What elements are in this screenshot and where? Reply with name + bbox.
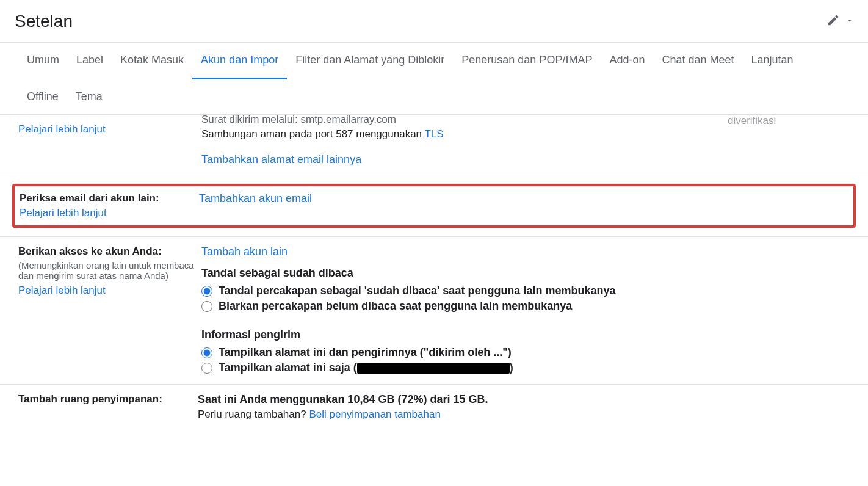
grant-access-title: Berikan akses ke akun Anda: (18, 245, 201, 258)
tab-tema[interactable]: Tema (67, 79, 111, 114)
tab-penerusan[interactable]: Penerusan dan POP/IMAP (453, 43, 601, 79)
mark-read-option-2-radio[interactable] (201, 301, 212, 312)
check-mail-title: Periksa email dari akun lain: (20, 192, 199, 205)
storage-question-text: Perlu ruang tambahan? (198, 408, 309, 420)
tab-filter[interactable]: Filter dan Alamat yang Diblokir (287, 43, 453, 79)
sender-info-option-1-label[interactable]: Tampilkan alamat ini dan pengirimnya ("d… (219, 346, 512, 359)
tab-label[interactable]: Label (68, 43, 112, 79)
smtp-server-text: Surat dikirim melalui: smtp.emailarray.c… (201, 114, 728, 126)
storage-usage-text: Saat ini Anda menggunakan 10,84 GB (72%)… (198, 393, 850, 406)
tab-chat-meet[interactable]: Chat dan Meet (653, 43, 742, 79)
edit-icon[interactable] (823, 10, 844, 32)
buy-storage-link[interactable]: Beli penyimpanan tambahan (309, 408, 440, 420)
settings-tabs: Umum Label Kotak Masuk Akun dan Impor Fi… (0, 43, 868, 115)
check-mail-highlighted-section: Periksa email dari akun lain: Pelajari l… (12, 184, 856, 228)
add-mail-account-link[interactable]: Tambahkan akun email (199, 192, 312, 205)
grant-access-subtitle: (Memungkinkan orang lain untuk membaca d… (18, 260, 201, 281)
check-mail-learn-more-link[interactable]: Pelajari lebih lanjut (20, 207, 199, 219)
add-another-account-link[interactable]: Tambah akun lain (201, 245, 288, 258)
tab-addon[interactable]: Add-on (601, 43, 653, 79)
tab-lanjutan[interactable]: Lanjutan (743, 43, 802, 79)
sender-info-option-1-radio[interactable] (201, 347, 212, 358)
verification-status: diverifikasi (728, 115, 776, 126)
mark-read-option-1-radio[interactable] (201, 286, 212, 297)
tls-link[interactable]: TLS (424, 128, 443, 140)
mark-read-option-2-label[interactable]: Biarkan percakapan belum dibaca saat pen… (219, 300, 572, 313)
sender-info-group-title: Informasi pengirim (201, 328, 850, 341)
storage-title: Tambah ruang penyimpanan: (18, 393, 201, 405)
tab-kotak-masuk[interactable]: Kotak Masuk (112, 43, 192, 79)
sender-info-option-2-label[interactable]: Tampilkan alamat ini saja () (219, 361, 513, 374)
tab-umum[interactable]: Umum (18, 43, 68, 79)
add-email-address-link[interactable]: Tambahkan alamat email lainnya (201, 153, 361, 165)
sender-info-option-2-radio[interactable] (201, 363, 212, 374)
connection-text: Sambungan aman pada port 587 menggunakan (201, 128, 424, 140)
mark-read-option-1-label[interactable]: Tandai percakapan sebagai 'sudah dibaca'… (219, 285, 615, 297)
chevron-down-icon[interactable] (846, 16, 853, 26)
send-as-learn-more-link[interactable]: Pelajari lebih lanjut (18, 123, 201, 136)
tab-offline[interactable]: Offline (18, 79, 67, 114)
grant-access-learn-more-link[interactable]: Pelajari lebih lanjut (18, 285, 201, 297)
page-title: Setelan (15, 12, 73, 31)
tab-akun-dan-impor[interactable]: Akun dan Impor (192, 43, 287, 79)
mark-read-group-title: Tandai sebagai sudah dibaca (201, 267, 850, 280)
redacted-email (357, 363, 510, 374)
